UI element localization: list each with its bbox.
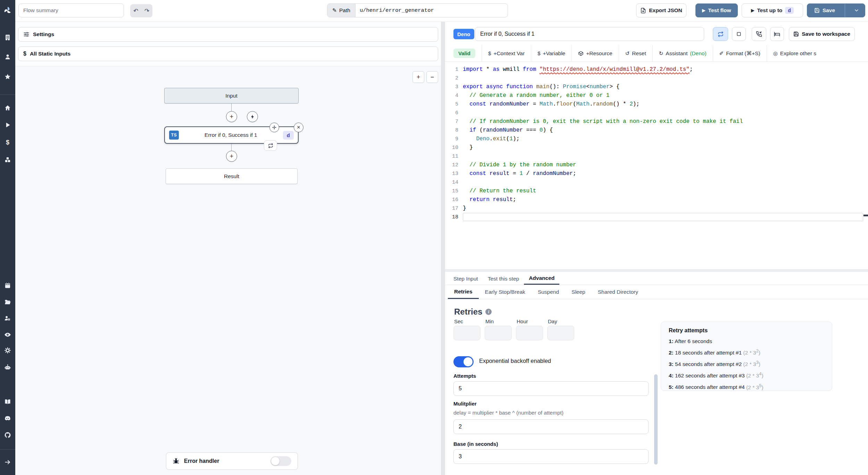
flow-node-result[interactable]: Result	[166, 168, 298, 184]
format-button[interactable]: ✐Format (⌘+S)	[713, 50, 760, 57]
base-input[interactable]	[453, 449, 649, 464]
runs-play-icon[interactable]	[4, 121, 11, 129]
test-flow-button[interactable]: ▶ Test flow	[695, 3, 738, 17]
stop-early-button[interactable]	[732, 27, 746, 41]
windmill-logo[interactable]	[3, 6, 12, 15]
explore-scripts-button[interactable]: ◎Explore other s	[767, 50, 816, 57]
save-to-workspace-button[interactable]: Save to workspace	[789, 27, 855, 41]
workspace-building-icon[interactable]	[4, 34, 11, 41]
error-handler-box[interactable]: Error handler	[166, 452, 298, 470]
code-line-13[interactable]: 13 const result = 1 / randomNumber;	[448, 169, 868, 178]
expand-arrow-right-icon[interactable]	[4, 458, 11, 466]
home-icon[interactable]	[4, 104, 11, 112]
workers-robot-icon[interactable]	[4, 364, 11, 371]
path-field[interactable]: ✎Path u/henri/error_generator	[327, 3, 508, 17]
zoom-out-button[interactable]: −	[426, 71, 438, 83]
discord-icon[interactable]	[4, 415, 11, 422]
code-line-15[interactable]: 15 // Return the result	[448, 187, 868, 195]
insert-step-button[interactable]: +	[226, 151, 237, 162]
code-line-2[interactable]: 2	[448, 74, 868, 83]
code-line-16[interactable]: 16 return result;	[448, 195, 868, 204]
multiplier-input[interactable]	[453, 419, 649, 434]
export-json-button[interactable]: Export JSON	[636, 3, 686, 17]
move-step-button[interactable]	[269, 123, 279, 132]
flow-settings-button[interactable]: Settings	[18, 27, 438, 42]
subtab-shared-directory[interactable]: Shared Directory	[592, 285, 644, 299]
code-line-4[interactable]: 4 // Generate a random number, either 0 …	[448, 91, 868, 100]
attempts-input[interactable]	[453, 381, 649, 396]
code-line-5[interactable]: 5 const randomNumber = Math.floor(Math.r…	[448, 100, 868, 109]
code-line-12[interactable]: 12 // Divide 1 by the random number	[448, 161, 868, 169]
flow-node-input[interactable]: Input	[164, 88, 299, 103]
suspend-phone-button[interactable]	[752, 27, 766, 41]
groups-users-cog-icon[interactable]	[4, 315, 11, 322]
variables-dollar-icon[interactable]: $	[4, 139, 11, 146]
subtab-sleep[interactable]: Sleep	[565, 285, 592, 299]
folders-icon[interactable]	[4, 298, 11, 306]
delete-step-button[interactable]: ×	[294, 123, 303, 132]
app-sidebar: $	[0, 0, 15, 475]
scrollbar-thumb[interactable]	[654, 374, 658, 465]
sleep-bed-button[interactable]	[770, 27, 784, 41]
exponential-backoff-toggle[interactable]	[453, 356, 474, 367]
code-line-10[interactable]: 10 }	[448, 143, 868, 152]
editor-bottom-splitter[interactable]	[445, 269, 868, 272]
code-line-1[interactable]: 1import * as wmill from "https://deno.la…	[448, 65, 868, 74]
error-handler-toggle[interactable]	[270, 456, 291, 466]
code-line-17[interactable]: 17}	[448, 204, 868, 213]
path-value[interactable]: u/henri/error_generator	[356, 4, 438, 17]
subtab-retries[interactable]: Retries	[448, 285, 479, 299]
github-icon[interactable]	[4, 431, 11, 439]
editor-panel: Deno Save to workspace Valid $+Context V…	[445, 22, 868, 475]
undo-button[interactable]: ↶	[130, 4, 141, 17]
star-icon[interactable]	[4, 73, 11, 81]
docs-book-icon[interactable]	[4, 398, 11, 406]
code-line-9[interactable]: 9 Deno.exit(1);	[448, 135, 868, 143]
code-line-6[interactable]: 6	[448, 109, 868, 117]
subtab-early-stop[interactable]: Early Stop/Break	[479, 285, 532, 299]
code-line-18[interactable]: 18	[448, 213, 868, 222]
min-input[interactable]	[485, 326, 512, 340]
info-icon[interactable]: i	[485, 309, 492, 315]
code-line-3[interactable]: 3export async function main(): Promise<n…	[448, 83, 868, 91]
sec-input[interactable]	[453, 326, 481, 340]
save-dropdown-button[interactable]	[848, 4, 865, 17]
code-line-7[interactable]: 7 // If randomNumber is 0, exit the scri…	[448, 117, 868, 126]
flow-canvas[interactable]: + − Input + TS Error if 0, Success if 1 …	[15, 66, 441, 475]
all-static-inputs-button[interactable]: $ All Static Inputs	[18, 47, 438, 61]
zoom-in-button[interactable]: +	[412, 71, 424, 83]
hour-input[interactable]	[516, 326, 543, 340]
test-up-to-button[interactable]: ▶ Test up to d	[742, 3, 803, 17]
line-number: 17	[448, 204, 458, 213]
retry-indicator-button[interactable]	[264, 140, 277, 151]
tab-test-this-step[interactable]: Test this step	[483, 273, 524, 285]
assistant-button[interactable]: ↻Assistant(Deno)	[653, 50, 707, 57]
tab-advanced[interactable]: Advanced	[524, 273, 559, 285]
retries-toggle-button[interactable]	[713, 27, 728, 41]
subtab-suspend[interactable]: Suspend	[532, 285, 565, 299]
add-resource-button[interactable]: +Resource	[572, 50, 612, 57]
flow-summary-input[interactable]	[18, 3, 124, 17]
trigger-bolt-button[interactable]	[247, 111, 258, 122]
play-icon: ▶	[702, 8, 705, 13]
code-line-8[interactable]: 8 if (randomNumber === 0) {	[448, 126, 868, 135]
insert-step-button[interactable]: +	[226, 111, 237, 122]
user-icon[interactable]	[4, 53, 11, 61]
day-input[interactable]	[547, 326, 574, 340]
audit-eye-icon[interactable]	[4, 331, 11, 339]
explore-icon: ◎	[773, 50, 778, 57]
add-variable-button[interactable]: $+Variable	[531, 50, 565, 57]
schedules-calendar-icon[interactable]	[4, 282, 11, 289]
tab-step-input[interactable]: Step Input	[449, 273, 483, 285]
save-button[interactable]: Save	[807, 4, 842, 17]
redo-button[interactable]: ↷	[141, 4, 152, 17]
code-editor[interactable]: 1import * as wmill from "https://deno.la…	[448, 65, 868, 267]
reset-button[interactable]: ↺Reset	[619, 50, 646, 57]
panel-splitter[interactable]	[441, 22, 445, 475]
add-context-var-button[interactable]: $+Context Var	[482, 50, 525, 57]
code-line-11[interactable]: 11	[448, 152, 868, 161]
step-title-input[interactable]	[475, 27, 704, 41]
settings-gear-icon[interactable]	[4, 347, 11, 354]
resources-cubes-icon[interactable]	[4, 156, 11, 164]
code-line-14[interactable]: 14	[448, 178, 868, 187]
